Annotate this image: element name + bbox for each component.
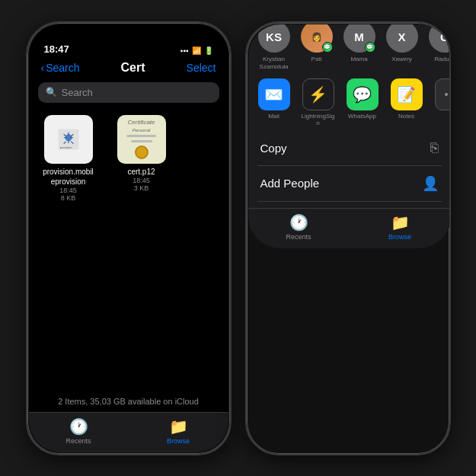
storage-info-left: 2 Items, 35,03 GB available on iCloud	[29, 391, 228, 412]
file-item-cert-left[interactable]: CertificatePersonal cert.p12 18:45 3 KB	[111, 115, 172, 385]
contact-xawery[interactable]: X Xawery	[382, 24, 422, 71]
add-people-icon: 👤	[422, 175, 439, 192]
contact-mama[interactable]: M 💬 Mama	[340, 24, 379, 71]
contact-name-c: Radu...	[435, 56, 451, 63]
chevron-left-icon: ‹	[41, 62, 45, 74]
file-size-cert-left: 3 KB	[134, 184, 149, 192]
file-time-provision-left: 18:45	[59, 187, 77, 194]
file-item-provision-left[interactable]: provision provision.mobileprovision 18:4…	[38, 115, 99, 385]
tab-browse-right[interactable]: 📁 Browse	[350, 213, 451, 241]
share-action-copy[interactable]: Copy ⎘	[257, 131, 442, 166]
app-label-notes: Notes	[398, 113, 414, 120]
signal-icon: ▪▪▪	[180, 46, 189, 55]
recents-icon-right: 🕐	[289, 213, 308, 232]
contact-avatar-xawery: X	[386, 24, 418, 53]
tab-recents-right[interactable]: 🕐 Recents	[248, 213, 350, 241]
recents-icon-left: 🕐	[69, 417, 88, 436]
svg-text:provision: provision	[59, 145, 72, 149]
share-action-add-people[interactable]: Add People 👤	[257, 166, 442, 202]
app-label-whatsapp: WhatsApp	[348, 113, 376, 120]
tab-bar-right: 🕐 Recents 📁 Browse	[248, 208, 451, 248]
share-action-add-people-label: Add People	[260, 177, 320, 190]
file-icon-cert-left: CertificatePersonal	[117, 115, 166, 164]
contact-initials-c: C	[440, 30, 449, 43]
tab-recents-left[interactable]: 🕐 Recents	[29, 417, 129, 445]
status-icons-left: ▪▪▪ 📶 🔋	[180, 46, 213, 55]
nav-title-left: Cert	[121, 61, 145, 75]
battery-icon: 🔋	[204, 46, 213, 55]
file-size-provision-left: 8 KB	[61, 194, 76, 202]
file-time-cert-left: 18:45	[133, 177, 150, 184]
contact-avatar-ks: KS	[258, 24, 290, 53]
contact-initials-xawery: X	[398, 30, 405, 43]
tab-browse-label-right: Browse	[388, 233, 411, 241]
tab-recents-label-left: Recents	[65, 437, 91, 445]
app-icon-mail: ✉️	[258, 78, 290, 110]
select-button-left[interactable]: Select	[187, 62, 216, 74]
notch-left	[83, 24, 174, 46]
app-lightningsign[interactable]: ⚡ LightningSign	[299, 78, 338, 126]
contact-initials-mama: M	[354, 30, 364, 43]
contact-name-pati: Pati	[311, 56, 322, 63]
share-action-copy-label: Copy	[260, 142, 287, 155]
screen-content-left: provision provision.mobileprovision 18:4…	[29, 109, 228, 412]
phones-container: 18:47 ▪▪▪ 📶 🔋 ‹ Search Cert Select 🔍	[26, 21, 451, 455]
file-icon-provision-left: provision	[44, 115, 93, 164]
search-placeholder-left: Search	[62, 87, 93, 98]
app-mail[interactable]: ✉️ Mail	[254, 78, 294, 126]
app-label-lightningsign: LightningSign	[301, 113, 334, 126]
contact-c[interactable]: C Radu...	[425, 24, 451, 71]
contact-avatar-mama: M 💬	[343, 24, 375, 53]
phone-right: 18:51 ▪▪▪ 📶 🔋 Select All 1 Item Done 🔍 S…	[245, 21, 451, 455]
share-contacts-row: KS KrystianSzamotuła 👩 💬 Pati	[248, 24, 451, 74]
search-icon-left: 🔍	[46, 87, 57, 97]
copy-icon: ⎘	[430, 140, 439, 156]
back-button-left[interactable]: ‹ Search	[41, 62, 80, 74]
app-notes[interactable]: 📝 Notes	[387, 78, 426, 126]
svg-point-7	[449, 93, 451, 96]
tab-browse-left[interactable]: 📁 Browse	[129, 417, 228, 445]
app-icon-notes: 📝	[391, 78, 423, 110]
share-apps-row: ✉️ Mail ⚡ LightningSign 💬 WhatsApp 📝 Not…	[248, 74, 451, 131]
contact-initials-ks: KS	[266, 30, 282, 43]
app-icon-lightningsign: ⚡	[302, 78, 334, 110]
app-whatsapp[interactable]: 💬 WhatsApp	[343, 78, 382, 126]
contact-avatar-c: C	[429, 24, 451, 53]
contact-name-xawery: Xawery	[391, 56, 412, 63]
contact-ks[interactable]: KS KrystianSzamotuła	[254, 24, 294, 71]
contact-pati[interactable]: 👩 💬 Pati	[297, 24, 337, 71]
search-bar-left[interactable]: 🔍 Search	[38, 82, 219, 103]
nav-bar-left: ‹ Search Cert Select	[29, 58, 228, 79]
app-icon-more	[435, 78, 451, 110]
contact-name-mama: Mama	[350, 56, 367, 63]
svg-point-6	[445, 93, 448, 96]
browse-icon-left: 📁	[169, 417, 188, 436]
files-grid-left: provision provision.mobileprovision 18:4…	[29, 109, 228, 391]
contact-name-ks: KrystianSzamotuła	[260, 56, 289, 70]
tab-browse-label-left: Browse	[167, 437, 190, 445]
contact-message-badge-pati: 💬	[322, 42, 333, 53]
tab-recents-label-right: Recents	[286, 233, 311, 241]
wifi-icon: 📶	[192, 46, 201, 55]
browse-icon-right: 📁	[391, 213, 410, 232]
app-label-mail: Mail	[268, 113, 280, 120]
contact-message-badge-mama: 💬	[365, 42, 375, 53]
app-more[interactable]	[431, 78, 451, 126]
phone-left: 18:47 ▪▪▪ 📶 🔋 ‹ Search Cert Select 🔍	[26, 21, 232, 455]
app-icon-whatsapp: 💬	[347, 78, 379, 110]
tab-bar-left: 🕐 Recents 📁 Browse	[29, 412, 228, 452]
file-name-provision-left: provision.mobileprovision	[43, 167, 94, 187]
contact-initials-pati: 👩	[311, 32, 322, 42]
status-time-left: 18:47	[44, 43, 69, 55]
file-name-cert-left: cert.p12	[127, 167, 155, 177]
contact-avatar-pati: 👩 💬	[301, 24, 333, 53]
